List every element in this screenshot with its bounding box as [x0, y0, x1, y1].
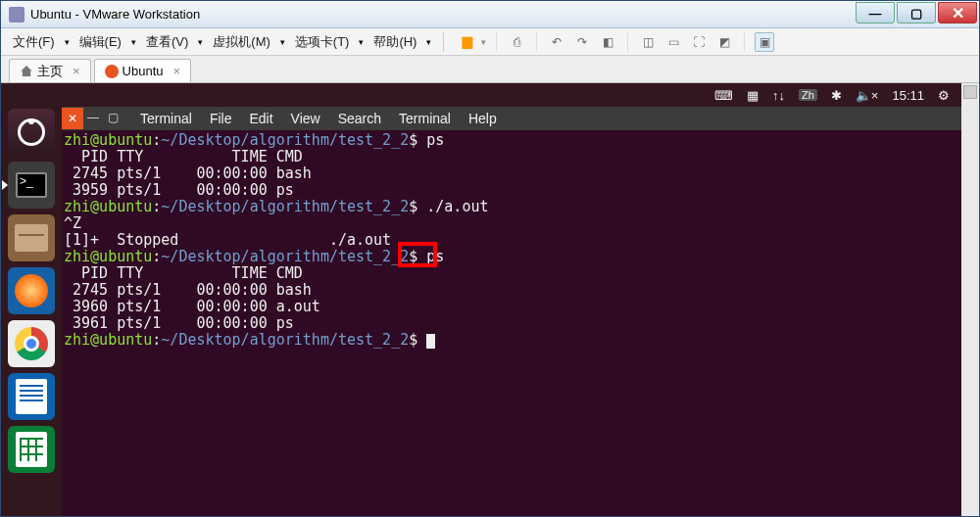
ubuntu-icon: [105, 65, 119, 78]
vmware-tabbar: 主页 × Ubuntu ×: [1, 56, 979, 83]
unity-launcher: >_: [1, 107, 62, 516]
term-maximize-button[interactable]: ▢: [103, 108, 122, 127]
tab-close-icon[interactable]: ×: [73, 64, 80, 78]
menu-view[interactable]: 查看(V): [142, 29, 192, 55]
calendar-icon[interactable]: ▦: [747, 88, 759, 103]
terminal-output[interactable]: zhi@ubuntu:~/Desktop/algorithm/test_2_2$…: [62, 130, 961, 516]
ime-indicator[interactable]: Zh: [799, 89, 817, 101]
dash-icon[interactable]: [8, 109, 55, 156]
forward-icon[interactable]: ↷: [572, 32, 592, 52]
window-close-button[interactable]: ✕: [938, 2, 977, 24]
menu-edit[interactable]: 编辑(E): [75, 29, 125, 55]
manage-icon[interactable]: ◧: [598, 32, 617, 52]
term-menu-file[interactable]: File: [202, 111, 240, 126]
tab-close-icon[interactable]: ×: [173, 64, 181, 78]
tab-ubuntu-label: Ubuntu: [122, 64, 164, 78]
volume-icon[interactable]: 🔈×: [856, 88, 879, 103]
menu-help[interactable]: 帮助(H): [369, 29, 420, 55]
term-minimize-button[interactable]: —: [83, 108, 103, 127]
menu-file[interactable]: 文件(F): [9, 29, 59, 55]
term-close-button[interactable]: ✕: [62, 108, 83, 129]
revert-icon[interactable]: ↶: [547, 32, 566, 52]
menu-tabs[interactable]: 选项卡(T): [291, 29, 354, 55]
clock[interactable]: 15:11: [892, 88, 924, 103]
keyboard-icon[interactable]: ⌨: [714, 88, 733, 103]
terminal-menubar: Terminal File Edit View Search Terminal …: [132, 111, 505, 126]
vmware-menubar: 文件(F)▾ 编辑(E)▾ 查看(V)▾ 虚拟机(M)▾ 选项卡(T)▾ 帮助(…: [1, 28, 979, 56]
term-menu-search[interactable]: Search: [330, 111, 389, 126]
term-menu-edit[interactable]: Edit: [241, 111, 280, 126]
scrollbar[interactable]: [961, 83, 979, 516]
vmware-window: Ubuntu - VMware Workstation — ▢ ✕ 文件(F)▾…: [0, 0, 980, 517]
highlight-annotation: [398, 242, 437, 267]
menu-vm[interactable]: 虚拟机(M): [209, 29, 274, 55]
launcher-files[interactable]: [8, 214, 55, 261]
layout2-icon[interactable]: ▭: [663, 32, 683, 52]
term-menu-terminal[interactable]: Terminal: [132, 111, 200, 126]
term-menu-terminal2[interactable]: Terminal: [391, 111, 459, 126]
tab-home-label: 主页: [37, 63, 63, 80]
window-minimize-button[interactable]: —: [856, 2, 895, 24]
fullscreen-icon[interactable]: ⛶: [689, 32, 709, 52]
window-controls: — ▢ ✕: [854, 2, 977, 24]
snapshot-icon[interactable]: ⎙: [507, 32, 526, 52]
window-title: Ubuntu - VMware Workstation: [30, 7, 200, 22]
launcher-writer[interactable]: [8, 373, 55, 420]
launcher-terminal[interactable]: >_: [8, 162, 55, 209]
gear-icon[interactable]: ⚙: [938, 88, 950, 103]
ubuntu-panel: ⌨ ▦ ↑↓ Zh ✱ 🔈× 15:11 ⚙: [1, 83, 961, 107]
launcher-calc[interactable]: [8, 426, 55, 473]
windows-titlebar[interactable]: Ubuntu - VMware Workstation — ▢ ✕: [1, 1, 979, 28]
tab-home[interactable]: 主页 ×: [9, 59, 91, 82]
terminal-window: ✕ — ▢ Terminal File Edit View Search Ter…: [62, 107, 961, 516]
terminal-cursor: [426, 334, 435, 349]
pause-button[interactable]: ▮▮: [456, 32, 475, 52]
launcher-firefox[interactable]: [8, 267, 55, 314]
term-menu-view[interactable]: View: [283, 111, 328, 126]
home-icon: [20, 65, 33, 78]
network-icon[interactable]: ↑↓: [772, 88, 785, 103]
console-icon[interactable]: ▣: [755, 32, 774, 52]
unity-icon[interactable]: ◩: [714, 32, 734, 52]
terminal-titlebar[interactable]: ✕ — ▢ Terminal File Edit View Search Ter…: [62, 107, 961, 130]
vm-display: ⌨ ▦ ↑↓ Zh ✱ 🔈× 15:11 ⚙ >_: [1, 83, 979, 516]
launcher-chromium[interactable]: [8, 320, 55, 367]
vmware-icon: [9, 7, 24, 23]
term-menu-help[interactable]: Help: [461, 111, 505, 126]
window-maximize-button[interactable]: ▢: [897, 2, 936, 24]
ubuntu-desktop: ⌨ ▦ ↑↓ Zh ✱ 🔈× 15:11 ⚙ >_: [1, 83, 961, 516]
tab-ubuntu[interactable]: Ubuntu ×: [94, 59, 192, 82]
layout1-icon[interactable]: ◫: [638, 32, 658, 52]
bluetooth-icon[interactable]: ✱: [831, 88, 842, 103]
